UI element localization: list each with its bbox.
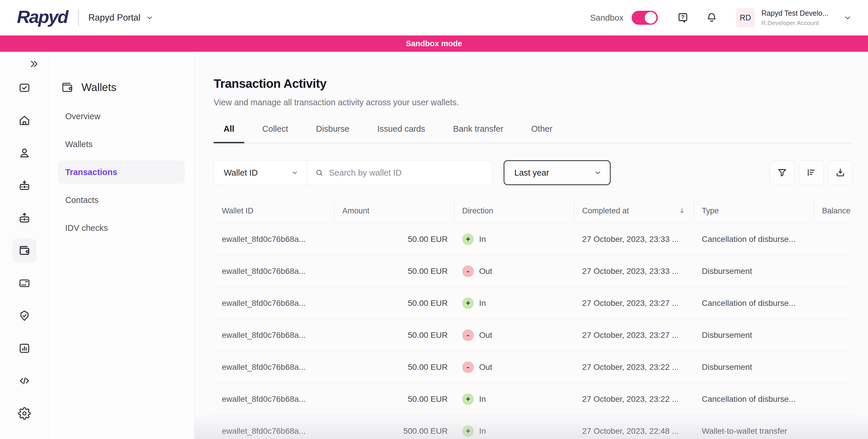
user-menu-chevron-down-icon[interactable] (843, 14, 852, 22)
sandbox-toggle[interactable] (632, 11, 658, 25)
sidebar-item-transactions[interactable]: Transactions (58, 161, 185, 184)
funnel-icon (777, 167, 788, 178)
avatar-initials: RD (740, 13, 751, 22)
page-subtitle: View and manage all transaction activity… (214, 98, 868, 107)
cell-type: Wallet-to-wallet transfer (694, 427, 814, 436)
column-header-label: Completed at (582, 206, 629, 215)
sidebar-item-overview[interactable]: Overview (58, 105, 185, 128)
sidebar-item-label: Transactions (65, 167, 117, 177)
table-row[interactable]: ewallet_8fd0c76b68a... 50.00 EUR - Out 2… (214, 319, 853, 351)
rail-item-collect[interactable] (12, 173, 37, 198)
cell-direction: + In (454, 297, 574, 309)
sort-button[interactable] (799, 160, 824, 185)
rail-item-tasks[interactable] (12, 76, 37, 100)
sidebar-item-idv-checks[interactable]: IDV checks (58, 216, 185, 240)
person-icon (18, 146, 31, 159)
search-input[interactable] (329, 168, 492, 178)
gear-icon (18, 407, 31, 420)
notifications-bell-icon[interactable] (706, 12, 718, 24)
search-field-select[interactable]: Wallet ID (214, 161, 307, 185)
direction-label: Out (479, 267, 492, 276)
download-button[interactable] (828, 160, 853, 185)
top-bar: Rapyd Rapyd Portal Sandbox ? RD Rapyd Te… (0, 0, 868, 35)
top-bar-right: Sandbox ? RD Rapyd Test Develo... R.Deve… (590, 8, 852, 27)
column-header-balance[interactable]: Balance (814, 199, 853, 223)
cell-type: Cancellation of disburse... (694, 395, 814, 404)
sandbox-mode-banner-text: Sandbox mode (406, 39, 462, 48)
column-header-wallet-id[interactable]: Wallet ID (214, 199, 334, 223)
rail-item-customers[interactable] (12, 141, 37, 165)
cell-wallet-id: ewallet_8fd0c76b68a... (214, 267, 334, 276)
table-row[interactable]: ewallet_8fd0c76b68a... 50.00 EUR - Out 2… (214, 255, 853, 287)
tab-bank-transfer[interactable]: Bank transfer (443, 124, 513, 143)
table-row[interactable]: ewallet_8fd0c76b68a... 500.00 EUR + In 2… (214, 415, 853, 439)
portal-switcher[interactable]: Rapyd Portal (88, 12, 153, 23)
column-header-amount[interactable]: Amount (334, 199, 454, 223)
portal-switcher-label: Rapyd Portal (88, 12, 140, 23)
tab-all[interactable]: All (214, 124, 244, 143)
cell-direction: + In (454, 425, 574, 437)
rail-item-disburse[interactable] (12, 206, 37, 230)
help-icon[interactable]: ? (677, 11, 689, 24)
direction-label: In (479, 299, 486, 308)
rail-item-wallets[interactable] (12, 238, 37, 263)
cell-type: Cancellation of disburse... (694, 235, 814, 244)
search-group: Wallet ID (214, 160, 493, 185)
rail-item-verify[interactable] (12, 304, 37, 328)
search-icon (315, 168, 324, 177)
tab-issued-cards[interactable]: Issued cards (367, 124, 435, 143)
cell-wallet-id: ewallet_8fd0c76b68a... (214, 331, 334, 340)
download-icon (835, 167, 846, 178)
tab-collect[interactable]: Collect (252, 124, 298, 143)
tab-disburse[interactable]: Disburse (306, 124, 359, 143)
code-icon (18, 374, 31, 387)
direction-badge: - (462, 361, 474, 373)
cell-direction: + In (454, 393, 574, 405)
filter-button[interactable] (770, 160, 795, 185)
sidebar-item-label: Overview (65, 112, 100, 121)
sandbox-toggle-label: Sandbox (590, 13, 623, 23)
tab-other[interactable]: Other (521, 124, 562, 143)
column-header-completed-at[interactable]: Completed at (574, 199, 694, 223)
date-range-value: Last year (514, 168, 549, 178)
sidebar-item-contacts[interactable]: Contacts (58, 189, 185, 212)
expand-sidebar-icon[interactable] (28, 58, 40, 70)
chevron-down-icon (146, 14, 153, 22)
table-row[interactable]: ewallet_8fd0c76b68a... 50.00 EUR + In 27… (214, 383, 853, 415)
toggle-knob (645, 12, 656, 24)
search-field-value: Wallet ID (224, 168, 258, 178)
card-arrow-down-icon (18, 179, 31, 192)
rail-item-home[interactable] (12, 108, 37, 133)
card-arrow-up-icon (18, 212, 31, 225)
direction-badge: + (462, 297, 474, 309)
cell-completed-at: 27 October, 2023, 23:22 ... (574, 363, 694, 372)
table-row[interactable]: ewallet_8fd0c76b68a... 50.00 EUR - Out 2… (214, 351, 853, 383)
sidebar-item-wallets[interactable]: Wallets (58, 133, 185, 156)
cell-type: Disbursement (694, 267, 814, 276)
cell-direction: - Out (454, 265, 574, 277)
column-header-direction[interactable]: Direction (454, 199, 574, 223)
cell-wallet-id: ewallet_8fd0c76b68a... (214, 427, 334, 436)
cell-amount: 50.00 EUR (334, 299, 454, 308)
cell-completed-at: 27 October, 2023, 23:33 ... (574, 267, 694, 276)
table-row[interactable]: ewallet_8fd0c76b68a... 50.00 EUR + In 27… (214, 287, 853, 319)
rapyd-logo: Rapyd (17, 8, 67, 28)
date-range-select[interactable]: Last year (503, 160, 611, 185)
table-header-row: Wallet ID Amount Direction Completed at … (214, 199, 853, 223)
table-row[interactable]: ewallet_8fd0c76b68a... 50.00 EUR + In 27… (214, 223, 853, 255)
sandbox-mode-banner: Sandbox mode (0, 35, 868, 52)
rail-item-reports[interactable] (12, 336, 37, 361)
direction-label: In (479, 235, 486, 244)
user-info: Rapyd Test Develo... R.Developer Account (762, 9, 829, 27)
cell-completed-at: 27 October, 2023, 22:48 ... (574, 427, 694, 436)
icon-rail (0, 52, 49, 439)
cell-completed-at: 27 October, 2023, 23:27 ... (574, 299, 694, 308)
column-header-type[interactable]: Type (694, 199, 814, 223)
rail-item-cards[interactable] (12, 271, 37, 295)
chevron-down-icon (291, 169, 298, 176)
rail-item-developers[interactable] (12, 369, 37, 393)
rail-item-settings[interactable] (12, 401, 37, 426)
user-avatar[interactable]: RD (736, 8, 755, 27)
cell-completed-at: 27 October, 2023, 23:22 ... (574, 395, 694, 404)
direction-badge: + (462, 425, 474, 437)
